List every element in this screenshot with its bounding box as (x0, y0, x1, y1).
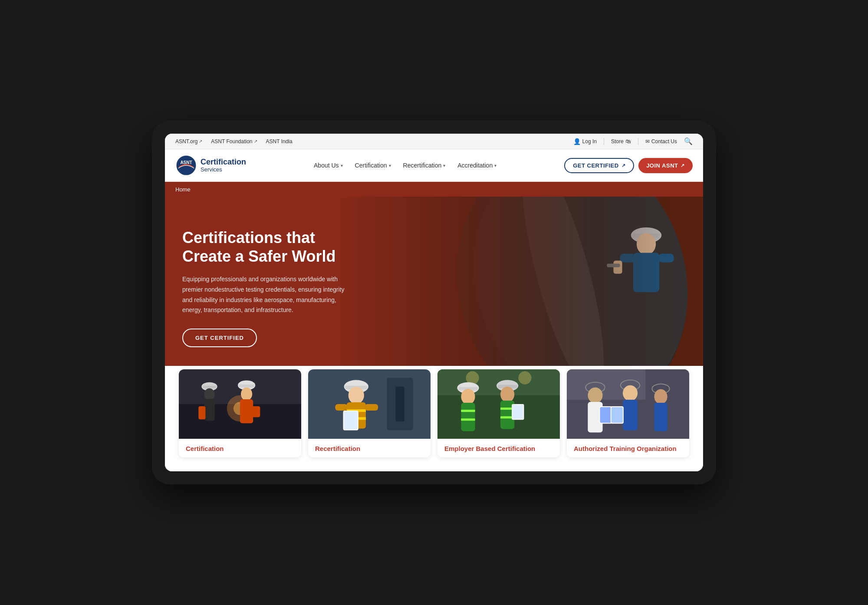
svg-rect-22 (198, 406, 205, 419)
nav-accreditation[interactable]: Accreditation ▾ (452, 158, 502, 172)
svg-point-25 (241, 388, 252, 401)
nav-actions: GET CERTIFIED ↗ JOIN ASNT ↗ (564, 158, 693, 173)
hero-title: Certifications that Create a Safer World (182, 228, 365, 266)
svg-rect-26 (240, 399, 253, 423)
recertification-image-svg (308, 369, 431, 439)
card-recertification[interactable]: Recertification (308, 369, 431, 457)
external-link-icon-1: ↗ (254, 139, 257, 144)
card-certification-image (179, 369, 301, 439)
asnt-india-label: ASNT India (266, 138, 293, 145)
chevron-down-icon-2: ▾ (443, 163, 445, 168)
nav-recertification-label: Recertification (403, 162, 442, 169)
svg-rect-74 (654, 403, 667, 431)
asnt-foundation-link[interactable]: ASNT Foundation ↗ (211, 138, 257, 145)
main-nav: ASNT Certification Services About Us ▾ C… (165, 149, 703, 182)
svg-rect-40 (344, 411, 358, 429)
divider-2 (638, 138, 638, 145)
device-frame: ASNT.org ↗ ASNT Foundation ↗ ASNT India … (152, 121, 716, 484)
mail-icon: ✉ (645, 138, 650, 145)
search-button[interactable]: 🔍 (684, 137, 693, 145)
utility-right-actions: 👤 Log In Store 🛍 ✉ Contact Us 🔍 (573, 137, 693, 145)
nav-accreditation-label: Accreditation (457, 162, 493, 169)
logo-text: Certification Services (201, 158, 246, 173)
utility-left-links: ASNT.org ↗ ASNT Foundation ↗ ASNT India (175, 138, 293, 145)
svg-rect-19 (203, 386, 216, 388)
svg-rect-37 (335, 404, 347, 411)
card-training-image (567, 369, 689, 439)
card-training-label: Authorized Training Organization (567, 439, 689, 457)
store-icon: 🛍 (625, 138, 631, 145)
training-image-svg (567, 369, 689, 439)
external-link-icon-0: ↗ (199, 139, 202, 144)
svg-point-33 (349, 387, 364, 404)
svg-rect-21 (204, 399, 214, 421)
utility-bar: ASNT.org ↗ ASNT Foundation ↗ ASNT India … (165, 134, 703, 149)
get-certified-nav-label: GET CERTIFIED (573, 162, 618, 169)
card-certification-label: Certification (179, 439, 301, 457)
asnt-foundation-label: ASNT Foundation (211, 138, 252, 145)
svg-point-20 (204, 388, 214, 401)
hero-get-certified-button[interactable]: GET CERTIFIED (182, 329, 257, 347)
card-certification[interactable]: Certification (179, 369, 301, 457)
breadcrumb-bar: Home (165, 182, 703, 197)
nav-certification-label: Certification (355, 162, 387, 169)
card-recertification-image (308, 369, 431, 439)
svg-rect-24 (239, 385, 254, 388)
employer-image-svg (437, 369, 560, 439)
svg-rect-58 (513, 405, 523, 419)
svg-point-47 (461, 389, 475, 404)
svg-rect-71 (612, 407, 623, 423)
search-icon: 🔍 (684, 137, 693, 145)
svg-rect-27 (252, 406, 260, 417)
store-button[interactable]: Store 🛍 (611, 138, 631, 145)
login-label: Log In (582, 138, 597, 145)
svg-point-44 (518, 371, 531, 384)
card-training[interactable]: Authorized Training Organization (567, 369, 689, 457)
join-asnt-button[interactable]: JOIN ASNT ↗ (638, 158, 693, 173)
user-icon: 👤 (573, 138, 581, 145)
svg-rect-30 (395, 387, 404, 422)
external-icon: ↗ (621, 163, 626, 168)
login-button[interactable]: 👤 Log In (573, 138, 597, 145)
logo-area[interactable]: ASNT Certification Services (175, 155, 246, 176)
nav-about-us-label: About Us (314, 162, 339, 169)
hero-section: Certifications that Create a Safer World… (165, 197, 703, 379)
asnt-india-link[interactable]: ASNT India (266, 138, 293, 145)
svg-rect-66 (600, 407, 612, 423)
contact-us-button[interactable]: ✉ Contact Us (645, 138, 677, 145)
svg-rect-48 (461, 403, 475, 431)
logo-title: Certification (201, 158, 246, 167)
external-icon-2: ↗ (681, 163, 685, 168)
svg-rect-38 (365, 404, 378, 411)
nav-links: About Us ▾ Certification ▾ Recertificati… (309, 158, 502, 172)
logo-subtitle: Services (201, 166, 246, 173)
browser-window: ASNT.org ↗ ASNT Foundation ↗ ASNT India … (165, 134, 703, 471)
hero-cta-label: GET CERTIFIED (195, 335, 244, 341)
chevron-down-icon-1: ▾ (389, 163, 391, 168)
contact-us-label: Contact Us (651, 138, 677, 145)
asnt-org-label: ASNT.org (175, 138, 197, 145)
chevron-down-icon-3: ▾ (494, 163, 496, 168)
svg-point-63 (588, 388, 602, 403)
hero-content: Certifications that Create a Safer World… (165, 207, 382, 369)
cards-section: Certification (165, 366, 703, 471)
card-employer[interactable]: Employer Based Certification (437, 369, 560, 457)
svg-point-53 (500, 387, 514, 402)
nav-about-us[interactable]: About Us ▾ (309, 158, 348, 172)
get-certified-nav-button[interactable]: GET CERTIFIED ↗ (564, 158, 634, 173)
card-employer-label: Employer Based Certification (437, 439, 560, 457)
asnt-org-link[interactable]: ASNT.org ↗ (175, 138, 202, 145)
nav-recertification[interactable]: Recertification ▾ (398, 158, 451, 172)
card-recertification-label: Recertification (308, 439, 431, 457)
svg-rect-50 (461, 418, 475, 421)
hero-description: Equipping professionals and organization… (182, 274, 347, 316)
divider-1 (604, 138, 604, 145)
join-asnt-label: JOIN ASNT (646, 162, 678, 169)
asnt-logo-svg: ASNT (175, 155, 197, 176)
nav-certification[interactable]: Certification ▾ (350, 158, 396, 172)
chevron-down-icon-0: ▾ (341, 163, 343, 168)
card-employer-image (437, 369, 560, 439)
breadcrumb[interactable]: Home (175, 186, 191, 193)
svg-rect-49 (461, 410, 475, 412)
store-label: Store (611, 138, 624, 145)
